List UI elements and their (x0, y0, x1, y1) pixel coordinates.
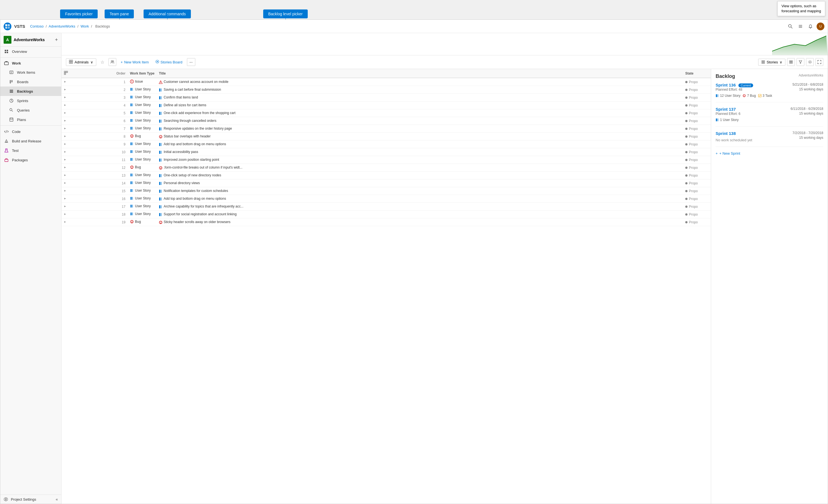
table-row[interactable]: 3 User StoryConfirm that items land Prop… (61, 94, 711, 101)
sidebar-item-overview[interactable]: Overview (0, 47, 61, 56)
project-settings-button[interactable]: Project Settings « (0, 495, 61, 504)
row-title[interactable]: Responsive updates on the order history … (157, 125, 683, 133)
team-members-button[interactable] (109, 58, 116, 66)
sidebar-item-sprints[interactable]: Sprints (0, 96, 61, 106)
table-row[interactable]: 18 User StorySupport for social registra… (61, 211, 711, 218)
sidebar-item-test[interactable]: Test (0, 146, 61, 155)
row-title[interactable]: Confirm that items land (157, 94, 683, 101)
row-title[interactable]: Add top and bottom drag on menu options (157, 195, 683, 203)
sprint-dates: 5/21/2018 - 6/8/2018 (792, 83, 823, 86)
notifications-button[interactable] (806, 23, 814, 30)
table-row[interactable]: 11 User StoryImproved zoom position star… (61, 156, 711, 164)
row-title[interactable]: Archive capability for topics that are i… (157, 203, 683, 211)
breadcrumb-adventureworks[interactable]: AdventureWorks (49, 24, 75, 28)
table-row[interactable]: 19 BugSticky header scrolls away on olde… (61, 218, 711, 226)
sprint-name-link[interactable]: Sprint 137 (716, 107, 736, 112)
new-work-item-button[interactable]: + New Work Item (119, 59, 151, 66)
row-expand-icon[interactable] (61, 187, 114, 195)
table-row[interactable]: 7 User StoryResponsive updates on the or… (61, 125, 711, 133)
row-expand-icon[interactable] (61, 140, 114, 148)
row-expand-icon[interactable] (61, 195, 114, 203)
filter-button[interactable] (796, 58, 804, 66)
row-expand-icon[interactable] (61, 179, 114, 187)
sidebar-item-backlogs[interactable]: Backlogs (0, 86, 61, 96)
svg-rect-12 (5, 52, 6, 53)
row-title[interactable]: Initial accessibility pass (157, 148, 683, 156)
team-picker[interactable]: Admirals ∨ (66, 58, 96, 66)
row-title[interactable]: Status bar overlaps with header (157, 133, 683, 140)
row-title[interactable]: Improved zoom position starting point (157, 156, 683, 164)
row-title[interactable]: Searching through cancelled orders (157, 117, 683, 125)
row-title[interactable]: Sticky header scrolls away on older brow… (157, 218, 683, 226)
new-sprint-button[interactable]: + + New Sprint (716, 151, 823, 156)
row-title[interactable]: Saving a cart before final submmission (157, 86, 683, 94)
stories-board-button[interactable]: Stories Board (153, 59, 185, 66)
table-row[interactable]: 5 User StoryOne-click add experience fro… (61, 109, 711, 117)
table-row[interactable]: 6 User StorySearching through cancelled … (61, 117, 711, 125)
sidebar-item-code[interactable]: Code (0, 127, 61, 136)
row-title[interactable]: Define all sizes for cart items (157, 101, 683, 109)
row-expand-icon[interactable] (61, 101, 114, 109)
table-row[interactable]: 14 User StoryPersonal directory views Pr… (61, 179, 711, 187)
settings-button[interactable] (806, 58, 814, 66)
row-title[interactable]: Customer cannot access account on mobile (157, 78, 683, 86)
row-title[interactable]: Support for social registration and acco… (157, 211, 683, 218)
list-button[interactable] (796, 23, 804, 30)
stories-dropdown[interactable]: Stories ∨ (758, 59, 785, 66)
row-title[interactable]: Personal directory views (157, 179, 683, 187)
column-options-button[interactable] (787, 58, 795, 66)
row-title[interactable]: Notification templates for custom schedu… (157, 187, 683, 195)
plans-label: Plans (17, 118, 26, 122)
row-expand-icon[interactable] (61, 148, 114, 156)
favorite-button[interactable]: ☆ (98, 58, 106, 66)
row-expand-icon[interactable] (61, 109, 114, 117)
row-expand-icon[interactable] (61, 78, 114, 86)
sprint-name-link[interactable]: Sprint 136 (716, 83, 736, 87)
table-row[interactable]: 9 User StoryAdd top and bottom drag on m… (61, 140, 711, 148)
add-project-button[interactable]: + (55, 37, 58, 43)
sprint-name-link[interactable]: Sprint 138 (716, 131, 736, 136)
sidebar-item-packages[interactable]: Packages (0, 155, 61, 165)
sidebar-item-work-items[interactable]: Work Items (0, 68, 61, 77)
row-title[interactable]: Add top and bottom drag on menu options (157, 140, 683, 148)
search-button[interactable] (787, 23, 794, 30)
table-row[interactable]: 8 BugStatus bar overlaps with header Pro… (61, 133, 711, 140)
breadcrumb-work[interactable]: Work (81, 24, 89, 28)
row-expand-icon[interactable] (61, 133, 114, 140)
row-expand-icon[interactable] (61, 125, 114, 133)
sidebar-item-boards[interactable]: Boards (0, 77, 61, 86)
table-row[interactable]: 10 User StoryInitial accessibility pass … (61, 148, 711, 156)
row-expand-icon[interactable] (61, 172, 114, 179)
row-expand-icon[interactable] (61, 117, 114, 125)
fullscreen-button[interactable] (816, 58, 823, 66)
table-row[interactable]: 15 User StoryNotification templates for … (61, 187, 711, 195)
more-options-button[interactable]: ··· (187, 58, 195, 66)
row-expand-icon[interactable] (61, 86, 114, 94)
row-expand-icon[interactable] (61, 211, 114, 218)
svg-rect-15 (10, 71, 13, 74)
row-title[interactable]: .form-control-file breaks out of column … (157, 164, 683, 172)
sidebar-item-work[interactable]: Work (0, 59, 61, 68)
row-title[interactable]: One-click add experience from the shoppi… (157, 109, 683, 117)
row-expand-icon[interactable] (61, 164, 114, 172)
table-row[interactable]: 17 User StoryArchive capability for topi… (61, 203, 711, 211)
table-row[interactable]: 12 Bug.form-control-file breaks out of c… (61, 164, 711, 172)
collapse-sidebar-icon[interactable]: « (56, 497, 58, 502)
table-row[interactable]: 1 IssueCustomer cannot access account on… (61, 78, 711, 86)
row-expand-icon[interactable] (61, 218, 114, 226)
table-row[interactable]: 4 User StoryDefine all sizes for cart it… (61, 101, 711, 109)
sidebar-bottom: Project Settings « (0, 495, 61, 504)
breadcrumb-contoso[interactable]: Contoso (30, 24, 43, 28)
table-row[interactable]: 13 User StoryOne-click setup of new dire… (61, 172, 711, 179)
svg-rect-87 (161, 120, 162, 123)
sidebar-item-build-release[interactable]: Build and Release (0, 136, 61, 146)
sidebar-item-queries[interactable]: Queries (0, 106, 61, 115)
row-expand-icon[interactable] (61, 156, 114, 164)
table-row[interactable]: 2 User StorySaving a cart before final s… (61, 86, 711, 94)
table-row[interactable]: 16 User StoryAdd top and bottom drag on … (61, 195, 711, 203)
user-avatar[interactable]: U (817, 23, 824, 30)
sidebar-item-plans[interactable]: Plans (0, 115, 61, 124)
row-title[interactable]: One-click setup of new directory nodes (157, 172, 683, 179)
row-expand-icon[interactable] (61, 94, 114, 101)
row-expand-icon[interactable] (61, 203, 114, 211)
